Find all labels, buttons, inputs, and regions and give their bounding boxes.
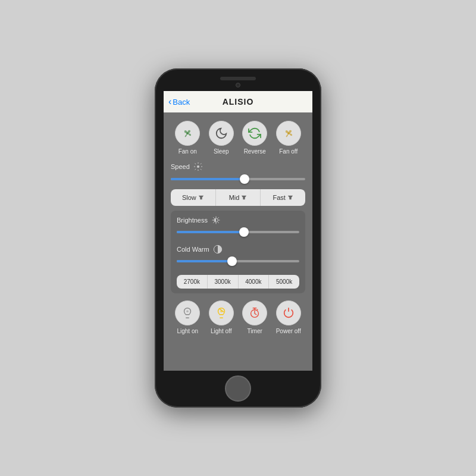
sleep-icon	[209, 121, 234, 146]
coldwarm-slider-fill	[177, 260, 232, 262]
temp-4000k-label: 4000k	[245, 278, 261, 285]
timer-label: Timer	[248, 328, 262, 334]
fan-on-button[interactable]: Fan on	[175, 121, 200, 155]
back-label: Back	[173, 98, 190, 107]
light-on-button[interactable]: Light on	[175, 300, 200, 334]
speed-label: Speed	[171, 163, 190, 170]
temp-5000k-button[interactable]: 5000k	[269, 275, 299, 289]
fan-off-label: Fan off	[279, 148, 298, 155]
coldwarm-slider[interactable]	[177, 256, 299, 267]
temp-2700k-label: 2700k	[184, 278, 200, 285]
speed-label-row: Speed	[171, 162, 305, 171]
svg-marker-3	[199, 196, 203, 200]
fan-off-button[interactable]: Fan off	[276, 121, 301, 155]
app-header: ‹ Back ALISIO	[164, 91, 312, 112]
brightness-slider-thumb[interactable]	[239, 227, 249, 237]
reverse-button[interactable]: Reverse	[242, 121, 267, 155]
back-button[interactable]: ‹ Back	[168, 96, 190, 107]
svg-point-12	[257, 309, 258, 311]
speed-section: Speed Slow	[171, 162, 305, 206]
sleep-label: Sleep	[214, 148, 229, 155]
brightness-icon	[211, 215, 221, 225]
temp-5000k-label: 5000k	[276, 278, 292, 285]
speed-slider-thumb[interactable]	[240, 174, 249, 184]
timer-button[interactable]: Timer	[242, 300, 267, 334]
main-content: Fan on Sleep	[164, 112, 312, 371]
power-off-button[interactable]: Power off	[276, 300, 301, 334]
coldwarm-icon	[213, 245, 223, 254]
filter-icon	[287, 195, 293, 201]
color-temp-buttons: 2700k 3000k 4000k 5000k	[177, 275, 299, 289]
speed-icon	[193, 162, 203, 171]
speed-buttons: Slow Mid Fast	[171, 189, 305, 206]
light-off-label: Light off	[211, 328, 231, 334]
light-on-icon	[175, 300, 200, 325]
brightness-slider-fill	[177, 231, 244, 233]
filter-icon	[198, 195, 204, 201]
fan-on-label: Fan on	[178, 148, 197, 155]
home-button[interactable]	[225, 375, 251, 402]
page-title: ALISIO	[223, 97, 254, 107]
speed-slider-fill	[171, 178, 245, 180]
phone-speaker	[220, 77, 256, 80]
fan-on-icon	[175, 121, 200, 146]
reverse-label: Reverse	[244, 148, 266, 155]
power-off-icon	[276, 300, 301, 325]
brightness-slider[interactable]	[177, 227, 299, 237]
speed-slow-label: Slow	[182, 194, 196, 201]
light-off-button[interactable]: Light off	[209, 300, 234, 334]
svg-marker-5	[288, 196, 293, 200]
light-off-icon	[209, 300, 234, 325]
fan-controls-row: Fan on Sleep	[171, 118, 305, 157]
timer-icon	[242, 300, 267, 325]
svg-marker-4	[242, 196, 246, 200]
phone-screen: ‹ Back ALISIO	[164, 91, 312, 371]
temp-3000k-label: 3000k	[215, 278, 231, 285]
speed-slider[interactable]	[171, 174, 305, 184]
bottom-controls-row: Light on Light off	[171, 298, 305, 337]
phone-frame: ‹ Back ALISIO	[155, 68, 321, 408]
phone-camera	[236, 83, 240, 87]
brightness-row: Brightness	[177, 215, 299, 237]
brightness-label-row: Brightness	[177, 215, 299, 225]
coldwarm-label-row: Cold Warm	[177, 245, 299, 254]
speed-mid-label: Mid	[229, 194, 240, 201]
temp-4000k-button[interactable]: 4000k	[239, 275, 270, 289]
temp-2700k-button[interactable]: 2700k	[177, 275, 208, 289]
coldwarm-slider-thumb[interactable]	[227, 256, 237, 266]
speed-mid-button[interactable]: Mid	[216, 189, 261, 206]
power-off-label: Power off	[276, 328, 301, 334]
svg-point-8	[186, 310, 189, 312]
temp-3000k-button[interactable]: 3000k	[208, 275, 239, 289]
chevron-left-icon: ‹	[168, 96, 171, 107]
speed-fast-button[interactable]: Fast	[261, 189, 305, 206]
coldwarm-label: Cold Warm	[177, 246, 209, 253]
filter-icon	[241, 195, 247, 201]
speed-slow-button[interactable]: Slow	[171, 189, 216, 206]
light-on-label: Light on	[177, 328, 198, 334]
fan-off-icon	[276, 121, 301, 146]
light-section: Brightness	[171, 211, 305, 293]
reverse-icon	[242, 121, 267, 146]
sleep-button[interactable]: Sleep	[209, 121, 234, 155]
brightness-label: Brightness	[177, 217, 208, 224]
speed-fast-label: Fast	[273, 194, 285, 201]
svg-point-2	[197, 165, 199, 168]
coldwarm-row: Cold Warm	[177, 245, 299, 267]
